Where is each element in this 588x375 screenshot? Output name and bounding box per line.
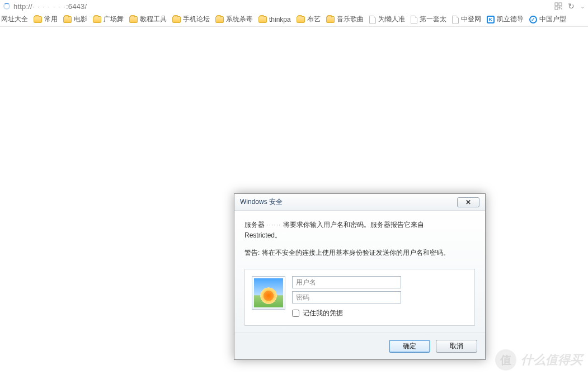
bookmark-label: 教程工具 [140,15,167,24]
bookmark-label: 中国户型 [539,15,566,24]
username-input[interactable] [292,276,401,288]
bookmark-label: 系统杀毒 [226,15,253,24]
password-input[interactable] [292,291,401,303]
dialog-body: 服务器 ······ 将要求你输入用户名和密码。服务器报告它来自 Restric… [234,211,485,333]
page-icon [452,16,459,23]
cancel-button[interactable]: 取消 [436,340,477,353]
folder-icon [215,16,224,23]
ok-button[interactable]: 确定 [389,340,430,353]
dialog-warning: 警告: 将在不安全的连接上使用基本身份验证发送你的用户名和密码。 [244,248,475,258]
bookmark-item[interactable]: 常用 [34,15,58,24]
page-icon [369,16,376,23]
site-icon: ✓ [529,16,537,23]
bookmark-label: 第一套太 [420,15,446,24]
dialog-button-row: 确定 取消 [234,333,485,359]
watermark: 值 什么值得买 [495,349,582,371]
watermark-text: 什么值得买 [521,352,582,368]
url-prefix: http:// [13,2,32,11]
folder-icon [63,16,72,23]
folder-icon [297,16,305,23]
folder-icon [258,16,267,23]
dialog-title: Windows 安全 [240,197,457,207]
msg-line2: Restricted。 [244,231,281,239]
bookmark-item[interactable]: 教程工具 [129,15,167,24]
url-display[interactable]: http://· · · · · · ·:6443/ [13,2,87,11]
site-icon: K [487,16,495,23]
bookmarks-bar: 网址大全常用电影广场舞教程工具手机论坛系统杀毒thinkpa布艺音乐歌曲为懒人准… [0,12,588,27]
bookmark-label: 网址大全 [1,15,28,24]
bookmark-label: 中登网 [461,15,481,24]
watermark-badge: 值 [495,349,516,371]
bookmark-label: 电影 [74,15,87,24]
user-avatar-icon [252,276,285,310]
bookmark-label: 常用 [44,15,58,24]
svg-rect-1 [559,3,562,6]
msg-pre: 服务器 [244,221,266,229]
bookmark-item[interactable]: 电影 [63,15,87,24]
bookmark-item[interactable]: 中登网 [452,15,481,24]
dialog-message: 服务器 ······ 将要求你输入用户名和密码。服务器报告它来自 Restric… [244,220,475,241]
folder-icon [129,16,138,23]
address-bar: http://· · · · · · ·:6443/ ↻ ⌄ [0,0,588,12]
folder-icon [34,16,42,23]
bookmark-item[interactable]: 音乐歌曲 [326,15,364,24]
bookmark-item[interactable]: 广场舞 [93,15,124,24]
bookmark-label: thinkpa [269,16,291,23]
folder-icon [172,16,181,23]
bookmark-item[interactable]: 布艺 [297,15,321,24]
refresh-icon[interactable]: ↻ [568,2,575,11]
bookmark-item[interactable]: 系统杀毒 [215,15,253,24]
bookmark-label: 音乐歌曲 [337,15,364,24]
auth-dialog: Windows 安全 ✕ 服务器 ······ 将要求你输入用户名和密码。服务器… [234,193,486,360]
msg-post: 将要求你输入用户名和密码。服务器报告它来自 [281,221,424,229]
close-button[interactable]: ✕ [457,197,479,207]
bookmark-label: 布艺 [307,15,321,24]
svg-rect-0 [555,3,558,6]
page-icon [411,16,417,23]
bookmark-label: 为懒人准 [378,15,405,24]
url-hidden: · · · · · · · [32,2,66,11]
remember-checkbox[interactable] [292,310,299,317]
dropdown-chevron-icon[interactable]: ⌄ [580,3,585,10]
bookmark-item[interactable]: 网址大全 [1,15,28,24]
dialog-titlebar: Windows 安全 ✕ [234,194,485,211]
bookmark-label: 凯立德导 [497,15,524,24]
url-suffix: :6443/ [66,2,87,11]
bookmark-label: 广场舞 [104,15,124,24]
remember-checkbox-label[interactable]: 记住我的凭据 [292,308,468,319]
remember-text: 记住我的凭据 [303,308,343,319]
qr-icon[interactable] [554,2,562,10]
bookmark-label: 手机论坛 [183,15,210,24]
bookmark-item[interactable]: 手机论坛 [172,15,210,24]
bookmark-item[interactable]: 为懒人准 [369,15,405,24]
bookmark-item[interactable]: ✓中国户型 [529,15,566,24]
folder-icon [326,16,335,23]
credentials-panel: 记住我的凭据 [244,269,475,326]
svg-rect-2 [555,7,558,10]
bookmark-item[interactable]: thinkpa [258,16,291,23]
bookmark-item[interactable]: K凯立德导 [487,15,524,24]
bookmark-item[interactable]: 第一套太 [411,15,446,24]
loading-spinner-icon [3,3,10,10]
folder-icon [93,16,101,23]
msg-hidden: ······ [266,221,281,229]
